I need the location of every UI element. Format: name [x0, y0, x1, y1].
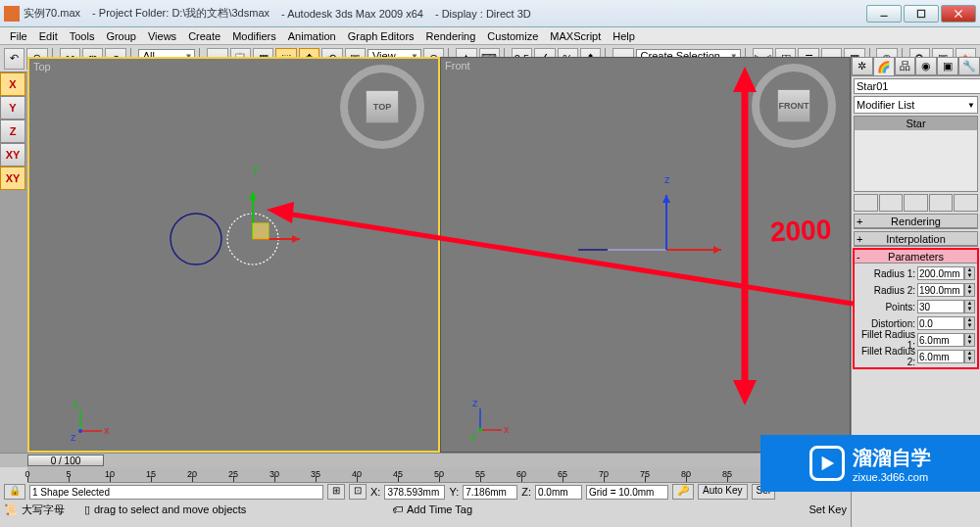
axis-z-button[interactable]: Z	[0, 120, 25, 143]
rollout-parameters[interactable]: -Parameters Radius 1:▲▼ Radius 2:▲▼ Poin…	[854, 249, 978, 368]
front-scene: z x z y	[441, 58, 851, 450]
tab-utilities[interactable]: 🔧	[958, 57, 980, 75]
menu-animation[interactable]: Animation	[282, 30, 342, 42]
key-icon[interactable]: 🔑	[672, 484, 694, 500]
title-app: - Autodesk 3ds Max 2009 x64	[281, 8, 423, 20]
svg-marker-21	[713, 246, 721, 254]
points-input[interactable]	[917, 300, 964, 313]
time-ruler[interactable]: 05101520253035404550556065707580859095	[27, 467, 851, 483]
tab-hierarchy[interactable]: 品	[895, 57, 916, 75]
menu-customize[interactable]: Customize	[481, 30, 544, 42]
svg-text:x: x	[104, 424, 110, 436]
axis-y-button[interactable]: Y	[0, 96, 25, 120]
absolute-button[interactable]: ⊡	[349, 484, 367, 500]
prompt-field: drag to select and move objects	[94, 503, 388, 515]
viewport-front[interactable]: Front FRONT z x z y	[440, 57, 851, 453]
menu-views[interactable]: Views	[142, 30, 182, 42]
tab-display[interactable]: ▣	[937, 57, 958, 75]
menu-modifiers[interactable]: Modifiers	[226, 30, 282, 42]
radius2-input[interactable]	[917, 283, 964, 297]
menu-tools[interactable]: Tools	[64, 30, 101, 42]
configure-button[interactable]	[954, 194, 978, 212]
fillet1-input[interactable]	[917, 333, 964, 347]
z-field[interactable]: 0.0mm	[535, 485, 582, 500]
svg-text:y: y	[470, 430, 476, 442]
top-scene: y x y z	[29, 59, 440, 451]
menu-file[interactable]: File	[4, 30, 33, 42]
grid-field: Grid = 10.0mm	[586, 485, 668, 500]
caps-field: 大写字母	[22, 503, 80, 517]
fillet2-input[interactable]	[917, 350, 964, 363]
tab-modify[interactable]: 🌈	[873, 57, 895, 75]
script-icon[interactable]: 📜	[4, 503, 18, 516]
selection-info: 1 Shape Selected	[29, 485, 323, 500]
radius2-spinner[interactable]: ▲▼	[964, 283, 975, 297]
remove-mod-button[interactable]	[929, 194, 954, 212]
menu-grapheditors[interactable]: Graph Editors	[342, 30, 420, 42]
distortion-spinner[interactable]: ▲▼	[964, 316, 975, 330]
axis-xy-button[interactable]: XY	[0, 143, 25, 167]
menu-edit[interactable]: Edit	[33, 30, 64, 42]
setkey-button[interactable]: Set Key	[808, 503, 847, 515]
menu-rendering[interactable]: Rendering	[420, 30, 482, 42]
stack-item-star[interactable]: Star	[855, 117, 977, 130]
menu-maxscript[interactable]: MAXScript	[544, 30, 607, 42]
svg-text:x: x	[504, 423, 510, 435]
svg-point-4	[171, 214, 221, 264]
title-project: - Project Folder: D:\我的文档\3dsmax	[92, 6, 270, 21]
fillet1-spinner[interactable]: ▲▼	[964, 333, 975, 347]
show-result-button[interactable]	[879, 194, 904, 212]
axis-x-button[interactable]: X	[0, 72, 25, 96]
menu-bar: File Edit Tools Group Views Create Modif…	[0, 27, 980, 45]
menu-help[interactable]: Help	[607, 30, 641, 42]
points-spinner[interactable]: ▲▼	[964, 300, 975, 313]
fillet2-spinner[interactable]: ▲▼	[964, 350, 975, 363]
svg-rect-11	[253, 223, 269, 239]
annotation-text: 2000	[769, 214, 832, 248]
z-label: Z:	[521, 486, 531, 498]
svg-marker-23	[662, 195, 670, 203]
menu-group[interactable]: Group	[100, 30, 142, 42]
title-file: 实例70.max	[24, 6, 80, 21]
lock-icon[interactable]: 🔒	[4, 484, 25, 500]
minimize-button[interactable]	[866, 5, 902, 23]
distortion-input[interactable]	[917, 316, 964, 330]
radius1-input[interactable]	[917, 266, 964, 280]
make-unique-button[interactable]	[904, 194, 928, 212]
svg-marker-9	[249, 192, 257, 200]
radius1-spinner[interactable]: ▲▼	[964, 266, 975, 280]
undo-button[interactable]: ↶	[4, 48, 24, 70]
addtag-field[interactable]: Add Time Tag	[407, 503, 495, 515]
viewport-top[interactable]: Top TOP y x y z	[27, 57, 440, 453]
time-slider[interactable]: 0 / 100	[27, 455, 104, 466]
transform-type-button[interactable]: ⊞	[327, 484, 345, 500]
time-slider-row[interactable]: 0 / 100	[0, 454, 851, 467]
bottom-panel: 0 / 100 05101520253035404550556065707580…	[0, 453, 851, 527]
tab-create[interactable]: ✲	[852, 57, 873, 75]
rollout-interpolation[interactable]: +Interpolation	[854, 231, 978, 247]
autokey-button[interactable]: Auto Key	[698, 484, 748, 500]
axis-xy2-button[interactable]: XY	[0, 167, 25, 190]
close-button[interactable]	[941, 5, 976, 23]
watermark-url: zixue.3d66.com	[853, 471, 931, 483]
modifier-list-select[interactable]: Modifier List	[854, 96, 978, 114]
y-field[interactable]: 7.186mm	[463, 485, 517, 500]
tab-motion[interactable]: ◉	[915, 57, 937, 75]
maximize-button[interactable]	[904, 5, 939, 23]
watermark-brand: 溜溜自学	[853, 445, 931, 471]
rollout-rendering[interactable]: +Rendering	[854, 214, 978, 229]
menu-create[interactable]: Create	[182, 30, 226, 42]
svg-marker-36	[822, 456, 835, 470]
svg-text:z: z	[472, 397, 478, 408]
x-label: X:	[370, 486, 380, 498]
svg-text:z: z	[71, 431, 76, 443]
x-field[interactable]: 378.593mm	[384, 485, 445, 500]
tag-icon[interactable]: 🏷	[392, 503, 403, 515]
object-name-input[interactable]	[854, 78, 980, 94]
prompt-icon[interactable]: ▯	[84, 503, 90, 516]
svg-marker-7	[292, 235, 300, 243]
play-icon	[809, 446, 845, 481]
command-tabs: ✲ 🌈 品 ◉ ▣ 🔧	[852, 57, 980, 76]
modifier-stack[interactable]: Star	[854, 116, 978, 192]
pin-stack-button[interactable]	[854, 194, 878, 212]
